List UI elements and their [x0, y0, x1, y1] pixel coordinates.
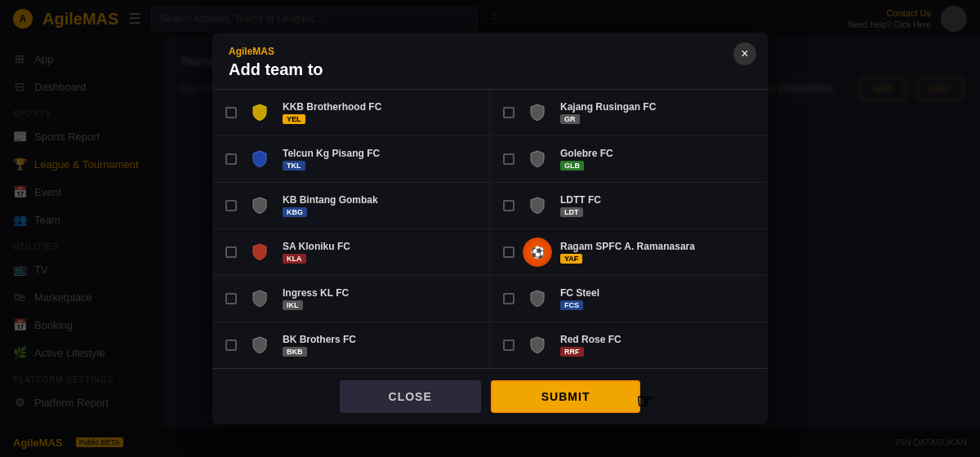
team-badge: IKL — [283, 300, 476, 310]
team-avatar — [245, 237, 274, 267]
team-checkbox[interactable] — [503, 293, 514, 304]
team-checkbox[interactable] — [503, 339, 514, 351]
team-name: KB Bintang Gombak — [283, 194, 476, 206]
team-name: SA Kloniku FC — [283, 241, 476, 252]
team-avatar — [245, 284, 274, 313]
team-info: KKB Brotherhood FC YEL — [283, 101, 476, 124]
team-item[interactable]: FC Steel FCS — [490, 276, 768, 322]
team-avatar — [523, 98, 552, 127]
team-badge: YEL — [283, 114, 476, 124]
team-avatar: ⚽ — [523, 237, 552, 267]
team-name: BK Brothers FC — [283, 334, 476, 345]
team-name: Ingress KL FC — [283, 287, 476, 299]
team-item[interactable]: KKB Brotherhood FC YEL — [212, 90, 490, 136]
team-badge: KBG — [283, 207, 476, 217]
team-checkbox[interactable] — [503, 246, 514, 258]
team-name: Telcun Kg Pisang FC — [283, 148, 476, 159]
team-item[interactable]: ⚽ Ragam SPFC A. Ramanasara YAF — [490, 229, 768, 276]
team-checkbox[interactable] — [503, 200, 514, 211]
team-info: FC Steel FCS — [560, 287, 755, 310]
team-badge: GR — [560, 114, 755, 124]
team-info: Golebre FC GLB — [560, 148, 755, 171]
team-info: SA Kloniku FC KLA — [283, 241, 476, 264]
team-item[interactable]: KB Bintang Gombak KBG — [212, 183, 490, 229]
team-badge: LDT — [560, 207, 755, 217]
team-avatar — [245, 331, 274, 360]
modal-overlay: AgileMAS Add team to × KKB Brotherhood F… — [0, 0, 980, 457]
add-team-modal: AgileMAS Add team to × KKB Brotherhood F… — [212, 33, 768, 424]
team-checkbox[interactable] — [503, 107, 514, 118]
team-avatar — [245, 98, 274, 127]
team-checkbox[interactable] — [225, 153, 237, 165]
modal-footer: CLOSE SUBMIT ☞ — [212, 368, 768, 424]
team-item[interactable]: SA Kloniku FC KLA — [212, 229, 490, 276]
modal-brand: AgileMAS — [229, 46, 751, 57]
team-name: Ragam SPFC A. Ramanasara — [560, 241, 755, 252]
team-avatar — [523, 144, 552, 174]
team-info: Kajang Rusingan FC GR — [560, 101, 755, 124]
modal-title: Add team to — [229, 60, 751, 79]
team-item[interactable]: Kajang Rusingan FC GR — [490, 90, 768, 136]
team-name: LDTT FC — [560, 194, 755, 206]
team-badge: FCS — [560, 300, 755, 310]
team-badge: BKB — [283, 347, 476, 357]
team-item[interactable]: Ingress KL FC IKL — [212, 276, 490, 322]
team-item[interactable]: Telcun Kg Pisang FC TKL — [212, 136, 490, 183]
team-name: Red Rose FC — [560, 334, 755, 345]
team-info: Telcun Kg Pisang FC TKL — [283, 148, 476, 171]
cursor-hand-icon: ☞ — [636, 390, 655, 413]
team-badge: YAF — [560, 254, 755, 264]
submit-modal-button[interactable]: SUBMIT ☞ — [491, 380, 641, 413]
team-info: Red Rose FC RRF — [560, 334, 755, 357]
team-item[interactable]: BK Brothers FC BKB — [212, 322, 490, 368]
modal-header: AgileMAS Add team to × — [212, 33, 768, 90]
team-info: KB Bintang Gombak KBG — [283, 194, 476, 217]
team-badge: GLB — [560, 161, 755, 171]
team-avatar — [523, 191, 552, 220]
team-grid: KKB Brotherhood FC YEL Kajang Rusingan F… — [212, 90, 768, 368]
team-avatar — [245, 144, 274, 174]
team-checkbox[interactable] — [225, 200, 237, 211]
team-badge: TKL — [283, 161, 476, 171]
team-avatar — [245, 191, 274, 220]
team-name: Golebre FC — [560, 148, 755, 159]
team-info: LDTT FC LDT — [560, 194, 755, 217]
modal-close-button[interactable]: × — [733, 42, 756, 65]
team-info: Ingress KL FC IKL — [283, 287, 476, 310]
team-badge: KLA — [283, 254, 476, 264]
team-avatar — [523, 284, 552, 313]
submit-label: SUBMIT — [541, 390, 590, 403]
team-badge: RRF — [560, 347, 755, 357]
close-modal-button[interactable]: CLOSE — [340, 380, 481, 413]
team-name: KKB Brotherhood FC — [283, 101, 476, 113]
team-name: Kajang Rusingan FC — [560, 101, 755, 113]
team-checkbox[interactable] — [225, 339, 237, 351]
team-checkbox[interactable] — [225, 293, 237, 304]
team-item[interactable]: LDTT FC LDT — [490, 183, 768, 229]
team-checkbox[interactable] — [503, 153, 514, 165]
team-avatar — [523, 331, 552, 360]
team-info: BK Brothers FC BKB — [283, 334, 476, 357]
team-item[interactable]: Red Rose FC RRF — [490, 322, 768, 368]
team-item[interactable]: Golebre FC GLB — [490, 136, 768, 183]
team-name: FC Steel — [560, 287, 755, 299]
team-info: Ragam SPFC A. Ramanasara YAF — [560, 241, 755, 264]
team-checkbox[interactable] — [225, 107, 237, 118]
team-checkbox[interactable] — [225, 246, 237, 258]
